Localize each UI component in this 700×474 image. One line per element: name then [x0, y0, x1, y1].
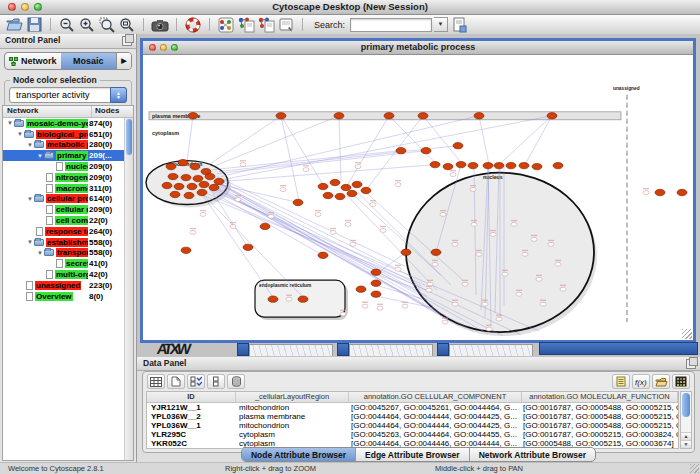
advanced-search-icon[interactable] — [450, 17, 468, 33]
network-node[interactable] — [396, 147, 406, 153]
network-node-small[interactable] — [345, 222, 351, 226]
network-node[interactable] — [193, 175, 203, 181]
network-node[interactable] — [260, 223, 270, 229]
network-node[interactable] — [547, 113, 557, 119]
network-node[interactable] — [243, 244, 253, 250]
network-node[interactable] — [519, 162, 529, 168]
network-node-small[interactable] — [240, 163, 246, 167]
tab-network[interactable]: Network — [5, 53, 61, 69]
minimized-window-preview[interactable] — [249, 344, 333, 356]
search-input[interactable] — [350, 18, 432, 32]
zoom-window-icon[interactable] — [34, 3, 42, 11]
network-node[interactable] — [205, 173, 215, 179]
tree-row[interactable]: response to stimulu264(0) — [3, 226, 125, 237]
network-node-small[interactable] — [555, 262, 561, 266]
network-node-small[interactable] — [370, 202, 376, 206]
network-node-small[interactable] — [280, 188, 286, 192]
new-attribute-icon[interactable] — [167, 374, 185, 389]
disclosure-triangle-icon[interactable]: ▼ — [36, 250, 44, 256]
network-node[interactable] — [298, 296, 308, 302]
network-node[interactable] — [178, 159, 188, 165]
node-color-dropdown[interactable]: transporter activity ▲▼ — [9, 87, 127, 103]
minimized-window-icon[interactable] — [437, 343, 449, 356]
disclosure-triangle-icon[interactable]: ▼ — [26, 239, 34, 245]
search-dropdown-icon[interactable]: ▼ — [434, 17, 448, 32]
tree-row[interactable]: multi-organism pro42(0) — [3, 269, 125, 280]
network-node-small[interactable] — [303, 168, 309, 172]
network-node[interactable] — [361, 187, 371, 193]
tree-row[interactable]: ▼cellular process614(0) — [3, 194, 125, 205]
network-node-small[interactable] — [502, 272, 508, 276]
network-node-small[interactable] — [190, 230, 196, 234]
network-node-small[interactable] — [395, 267, 401, 271]
col-cellular-component[interactable]: annotation.GO CELLULAR_COMPONENT — [349, 392, 522, 402]
table-scrollbar-thumb[interactable] — [682, 393, 690, 417]
tree-row[interactable]: ▼biological_process651(0) — [3, 129, 125, 140]
minimized-window-preview[interactable] — [449, 344, 533, 356]
network-node[interactable] — [170, 191, 180, 197]
zoom-fit-icon[interactable] — [118, 17, 136, 33]
network-node-small[interactable] — [340, 312, 346, 316]
network-node[interactable] — [494, 162, 504, 168]
unselect-attributes-icon[interactable] — [207, 374, 225, 389]
inner-zoom-icon[interactable] — [171, 44, 178, 51]
network-node[interactable] — [334, 113, 344, 119]
tree-scrollbar[interactable] — [124, 118, 133, 460]
network-node[interactable] — [468, 162, 478, 168]
tree-row[interactable]: cellular metabol209(0) — [3, 204, 125, 215]
network-node[interactable] — [197, 189, 207, 195]
network-node-small[interactable] — [643, 191, 649, 195]
network-node-small[interactable] — [427, 282, 433, 286]
network-node-small[interactable] — [286, 297, 292, 301]
network-node-small[interactable] — [450, 173, 456, 177]
tree-row[interactable]: nucleobase-209(0) — [3, 161, 125, 172]
disclosure-triangle-icon[interactable]: ▼ — [6, 120, 14, 126]
network-node[interactable] — [421, 147, 431, 153]
open-icon[interactable] — [5, 17, 23, 33]
lifesaver-icon[interactable] — [184, 17, 202, 33]
network-node-small[interactable] — [470, 188, 476, 192]
attribute-grid-icon[interactable] — [147, 374, 165, 389]
tree-row[interactable]: ▼primary metabol209(... — [3, 150, 125, 161]
network-node-small[interactable] — [330, 230, 336, 234]
network-node-small[interactable] — [380, 228, 386, 232]
network-node-small[interactable] — [482, 302, 488, 306]
network-node[interactable] — [199, 181, 209, 187]
save-icon[interactable] — [25, 17, 43, 33]
window-resize-grip[interactable] — [690, 464, 699, 473]
zoom-in-icon[interactable] — [78, 17, 96, 33]
network-node-small[interactable] — [442, 320, 448, 324]
matrix-icon[interactable] — [672, 374, 690, 389]
inner-close-icon[interactable] — [149, 44, 156, 51]
network-node[interactable] — [474, 113, 484, 119]
network-node-small[interactable] — [315, 212, 321, 216]
disclosure-triangle-icon[interactable]: ▼ — [26, 196, 34, 202]
minimized-window-icon[interactable] — [237, 343, 249, 356]
disclosure-triangle-icon[interactable]: ▼ — [36, 153, 44, 159]
network-node-small[interactable] — [452, 302, 458, 306]
minimized-window-preview[interactable] — [349, 344, 433, 356]
network-node-small[interactable] — [531, 237, 537, 241]
inner-minimize-icon[interactable] — [160, 44, 167, 51]
tree-row[interactable]: ▼establishment of lo558(0) — [3, 237, 125, 248]
network-node[interactable] — [181, 174, 191, 180]
network-node[interactable] — [655, 189, 665, 195]
disclosure-triangle-icon[interactable]: ▼ — [26, 142, 34, 148]
zoom-selected-icon[interactable] — [98, 17, 116, 33]
tab-network-attribute-browser[interactable]: Network Attribute Browser — [470, 448, 595, 461]
tab-edge-attribute-browser[interactable]: Edge Attribute Browser — [356, 448, 470, 461]
network-node-small[interactable] — [377, 306, 383, 310]
network-node-small[interactable] — [268, 214, 274, 218]
zoom-out-icon[interactable] — [58, 17, 76, 33]
network-node[interactable] — [371, 291, 381, 297]
network-node[interactable] — [168, 173, 178, 179]
network-node-small[interactable] — [496, 317, 502, 321]
disclosure-triangle-icon[interactable]: ▼ — [16, 131, 24, 137]
network-node[interactable] — [384, 113, 394, 119]
select-attributes-icon[interactable] — [187, 374, 205, 389]
tree-row[interactable]: unassigned223(0) — [3, 280, 125, 291]
network-node-small[interactable] — [200, 212, 206, 216]
network-node[interactable] — [483, 162, 493, 168]
network-node[interactable] — [181, 247, 191, 253]
tree-row[interactable]: ▼metabolic process280(0) — [3, 140, 125, 151]
